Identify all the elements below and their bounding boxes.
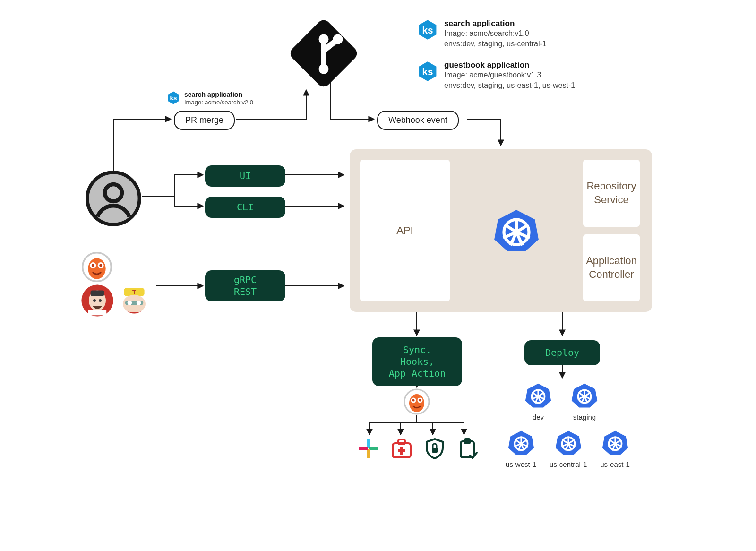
ui-label: UI	[205, 165, 285, 187]
argocd-repo-service: Repository Service	[583, 160, 640, 227]
ksonnet-icon: ks	[417, 19, 438, 41]
app-guestbook-info: ks guestbook application Image: acme/gue…	[417, 60, 575, 90]
svg-point-31	[137, 301, 141, 305]
cluster-dev-label: dev	[524, 413, 552, 421]
app-update-info: ks search application Image: acme/search…	[166, 91, 253, 107]
svg-text:ks: ks	[422, 66, 433, 77]
argocd-app-controller: Application Controller	[583, 234, 640, 301]
svg-text:ks: ks	[422, 25, 433, 35]
git-icon	[288, 18, 359, 91]
svg-point-47	[419, 399, 421, 402]
app-guestbook-title: guestbook application	[444, 60, 575, 70]
kubernetes-icon	[507, 429, 535, 456]
cluster-useast1-label: us-east-1	[600, 460, 630, 468]
svg-point-88	[519, 442, 523, 445]
cluster-row-1: dev staging	[524, 382, 598, 421]
svg-rect-22	[91, 290, 104, 296]
cluster-staging-label: staging	[571, 413, 598, 421]
svg-point-108	[613, 442, 617, 445]
webhook-label: Webhook event	[377, 111, 459, 130]
svg-rect-50	[367, 449, 370, 458]
svg-rect-51	[359, 447, 368, 450]
app-update-title: search application	[184, 91, 253, 98]
svg-point-4	[319, 64, 329, 74]
svg-point-43	[409, 394, 424, 412]
kubernetes-icon	[493, 207, 540, 254]
kubernetes-icon	[601, 429, 629, 456]
svg-point-5	[333, 34, 343, 44]
svg-rect-55	[398, 449, 405, 452]
svg-rect-53	[398, 439, 405, 444]
svg-point-15	[88, 258, 105, 279]
slack-icon	[357, 437, 380, 460]
kubernetes-icon	[555, 429, 582, 456]
app-search-envs: envs:dev, staging, us-central-1	[444, 39, 547, 49]
svg-point-30	[128, 301, 132, 305]
cluster-uscentral1-label: us-central-1	[550, 460, 587, 468]
app-update-image: Image: acme/search:v2.0	[184, 98, 253, 107]
cluster-row-2: us-west-1 us-central-1 us-east-1	[506, 429, 630, 468]
app-guestbook-image: Image: acme/guestbook:v1.3	[444, 70, 575, 80]
svg-point-41	[513, 228, 520, 236]
kubernetes-icon	[571, 382, 598, 409]
svg-point-46	[412, 399, 415, 402]
notification-targets	[357, 437, 480, 460]
pr-merge-label: PR merge	[174, 111, 235, 130]
app-search-info: ks search application Image: acme/search…	[417, 19, 547, 49]
ksonnet-icon: ks	[417, 60, 438, 82]
kubernetes-icon	[524, 382, 552, 409]
svg-point-23	[93, 299, 96, 302]
cli-label: CLI	[205, 197, 285, 218]
svg-point-68	[536, 395, 540, 398]
svg-point-24	[99, 299, 102, 302]
argo-icon	[403, 387, 431, 418]
svg-rect-56	[432, 448, 438, 453]
cluster-uswest1-label: us-west-1	[506, 460, 536, 468]
svg-rect-49	[369, 447, 378, 450]
svg-text:ks: ks	[170, 95, 177, 102]
argo-icon	[80, 250, 113, 284]
svg-rect-48	[367, 439, 370, 448]
svg-point-78	[583, 395, 586, 398]
sync-hooks-label: Sync. Hooks, App Action	[372, 337, 462, 386]
app-search-image: Image: acme/search:v1.0	[444, 28, 547, 39]
deploy-label: Deploy	[524, 340, 600, 365]
ci-tools-group: T	[80, 250, 161, 318]
jenkins-icon	[80, 284, 114, 318]
travis-icon: T	[117, 284, 151, 318]
svg-point-3	[319, 34, 329, 44]
svg-point-19	[99, 264, 102, 267]
svg-point-18	[92, 264, 94, 267]
grpc-label: gRPC REST	[205, 270, 285, 301]
svg-point-12	[87, 172, 139, 224]
svg-text:T: T	[132, 289, 136, 296]
svg-point-98	[567, 442, 570, 445]
argocd-box: API Repository Service Application Contr…	[350, 149, 652, 312]
medkit-icon	[390, 437, 413, 460]
svg-rect-25	[88, 310, 106, 315]
ksonnet-icon: ks	[166, 91, 180, 105]
user-icon	[85, 170, 142, 229]
app-search-title: search application	[444, 19, 547, 28]
clipboard-check-icon	[456, 437, 480, 460]
shield-lock-icon	[423, 437, 447, 460]
app-guestbook-envs: envs:dev, staging, us-east-1, us-west-1	[444, 80, 575, 91]
argocd-api: API	[360, 160, 450, 301]
